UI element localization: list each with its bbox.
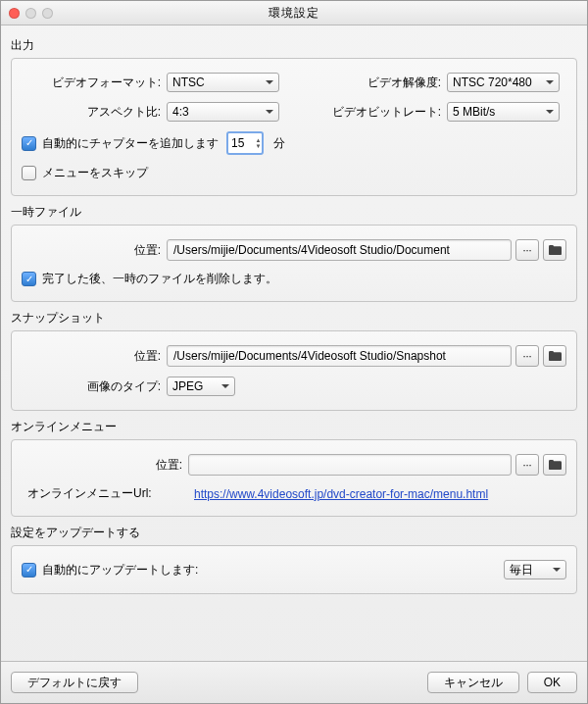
section-snapshot-label: スナップショット — [11, 310, 577, 327]
online-url-label: オンラインメニューUrl: — [22, 485, 194, 502]
section-online-label: オンラインメニュー — [11, 419, 577, 435]
snapshot-location-label: 位置: — [22, 348, 167, 365]
auto-chapter-spinner[interactable]: ▲▼ — [226, 131, 264, 155]
video-format-label: ビデオフォーマット: — [22, 75, 167, 91]
temp-open-folder-button[interactable] — [543, 239, 566, 261]
aspect-label: アスペクト比: — [22, 104, 167, 121]
auto-chapter-input[interactable] — [228, 135, 255, 151]
bitrate-select[interactable]: 5 MBit/s — [447, 102, 560, 122]
section-update-label: 設定をアップデートする — [11, 525, 577, 541]
video-resolution-select[interactable]: NTSC 720*480 — [447, 73, 560, 92]
snapshot-type-select[interactable]: JPEG — [167, 377, 235, 396]
temp-panel: 位置: /Users/mijie/Documents/4Videosoft St… — [11, 225, 577, 302]
temp-path-field[interactable]: /Users/mijie/Documents/4Videosoft Studio… — [167, 239, 512, 261]
snapshot-more-button[interactable]: ··· — [515, 345, 539, 367]
cancel-button[interactable]: キャンセル — [427, 672, 519, 693]
temp-delete-label: 完了した後、一時のファイルを削除します。 — [42, 271, 277, 287]
section-temp-label: 一時ファイル — [11, 204, 577, 221]
more-icon: ··· — [522, 459, 531, 471]
online-panel: 位置: ··· オンラインメニューUrl: https://www.4video… — [11, 439, 577, 517]
titlebar: 環境設定 — [1, 1, 587, 25]
content: 出力 ビデオフォーマット: NTSC ビデオ解像度: NTSC 720*480 … — [1, 25, 587, 661]
online-path-field[interactable] — [188, 454, 512, 476]
more-icon: ··· — [522, 350, 531, 362]
temp-delete-checkbox[interactable] — [22, 272, 36, 286]
temp-more-button[interactable]: ··· — [515, 239, 539, 261]
window-title: 環境設定 — [9, 5, 579, 22]
folder-icon — [549, 245, 562, 255]
aspect-select[interactable]: 4:3 — [167, 102, 279, 122]
traffic-lights — [9, 8, 53, 19]
video-resolution-label: ビデオ解像度: — [279, 75, 447, 91]
snapshot-panel: 位置: /Users/mijie/Documents/4Videosoft St… — [11, 330, 577, 411]
auto-update-checkbox[interactable] — [22, 563, 36, 578]
bitrate-label: ビデオビットレート: — [279, 104, 447, 121]
maximize-window-button — [42, 8, 53, 19]
online-url-link[interactable]: https://www.4videosoft.jp/dvd-creator-fo… — [194, 487, 488, 501]
snapshot-type-label: 画像のタイプ: — [22, 378, 167, 395]
skip-menu-checkbox[interactable] — [22, 166, 36, 180]
minimize-window-button — [25, 8, 36, 19]
spinner-arrows[interactable]: ▲▼ — [255, 137, 262, 149]
output-panel: ビデオフォーマット: NTSC ビデオ解像度: NTSC 720*480 アスペ… — [11, 58, 577, 196]
auto-chapter-checkbox[interactable] — [22, 136, 36, 151]
auto-update-label: 自動的にアップデートします: — [42, 562, 198, 578]
temp-location-label: 位置: — [22, 242, 167, 259]
online-open-folder-button[interactable] — [543, 454, 566, 476]
folder-icon — [549, 351, 562, 361]
auto-chapter-label: 自動的にチャプターを追加します — [42, 135, 219, 152]
video-format-select[interactable]: NTSC — [167, 73, 279, 92]
preferences-window: 環境設定 出力 ビデオフォーマット: NTSC ビデオ解像度: NTSC 720… — [0, 0, 588, 704]
close-window-button[interactable] — [9, 8, 20, 19]
section-output-label: 出力 — [11, 37, 577, 54]
snapshot-path-field[interactable]: /Users/mijie/Documents/4Videosoft Studio… — [167, 345, 512, 367]
minutes-label: 分 — [273, 135, 285, 152]
update-interval-select[interactable]: 毎日 — [504, 560, 566, 579]
folder-icon — [549, 460, 562, 470]
skip-menu-label: メニューをスキップ — [42, 165, 148, 181]
defaults-button[interactable]: デフォルトに戻す — [11, 672, 138, 693]
online-more-button[interactable]: ··· — [515, 454, 539, 476]
more-icon: ··· — [522, 244, 531, 256]
footer: デフォルトに戻す キャンセル OK — [1, 661, 587, 703]
update-panel: 自動的にアップデートします: 毎日 — [11, 545, 577, 594]
online-location-label: 位置: — [22, 457, 188, 474]
snapshot-open-folder-button[interactable] — [543, 345, 566, 367]
ok-button[interactable]: OK — [527, 672, 577, 693]
